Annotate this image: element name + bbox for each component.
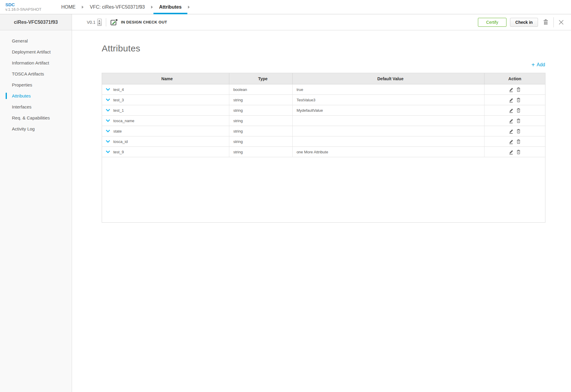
- attribute-name: test_3: [113, 98, 124, 102]
- attribute-type: string: [229, 136, 293, 147]
- attribute-type: string: [229, 95, 293, 105]
- table-row: test_4 boolean true: [102, 84, 545, 95]
- pencil-icon[interactable]: [509, 118, 514, 123]
- attribute-default-value: [293, 126, 484, 136]
- chevron-down-icon[interactable]: [106, 119, 110, 122]
- attribute-name: test_4: [113, 87, 124, 92]
- attribute-name: tosca_id: [113, 139, 128, 144]
- trash-icon: [543, 19, 549, 26]
- column-header-type: Type: [229, 73, 293, 84]
- breadcrumb: HOME VFC: ciRes-VFC50371f93 Attributes: [56, 0, 190, 14]
- attribute-type: string: [229, 126, 293, 136]
- trash-icon[interactable]: [516, 149, 521, 155]
- attribute-type: string: [229, 105, 293, 115]
- sidebar-item-general[interactable]: General: [0, 35, 72, 46]
- table-empty-area: [102, 157, 545, 222]
- trash-icon[interactable]: [516, 97, 521, 103]
- sidebar-item-information-artifact[interactable]: Information Artifact: [0, 57, 72, 68]
- table-row: state string: [102, 126, 545, 136]
- attribute-type: boolean: [229, 84, 293, 95]
- chevron-down-icon[interactable]: [106, 109, 110, 112]
- left-sidebar: ciRes-VFC50371f93 General Deployment Art…: [0, 14, 72, 392]
- attribute-default-value: TestValue3: [293, 95, 484, 105]
- breadcrumb-vfc[interactable]: VFC: ciRes-VFC50371f93: [84, 0, 150, 14]
- pencil-icon[interactable]: [509, 87, 514, 92]
- chevron-down-icon[interactable]: [106, 88, 110, 91]
- app-version-text: v.1.16.0-SNAPSHOT: [5, 7, 56, 12]
- version-selector[interactable]: [97, 19, 102, 26]
- pencil-icon[interactable]: [509, 139, 514, 144]
- sidebar-menu: General Deployment Artifact Information …: [0, 30, 72, 134]
- close-icon: [559, 20, 564, 25]
- table-row: test_1 string MydefaultValue: [102, 105, 545, 116]
- page-title: Attributes: [102, 43, 140, 53]
- resource-name-header: ciRes-VFC50371f93: [0, 14, 72, 30]
- breadcrumb-attributes[interactable]: Attributes: [153, 0, 187, 14]
- breadcrumb-home[interactable]: HOME: [56, 0, 81, 14]
- attribute-name: test_1: [113, 108, 124, 113]
- lifecycle-status-text: IN DESIGN CHECK OUT: [121, 20, 167, 24]
- sidebar-item-properties[interactable]: Properties: [0, 79, 72, 90]
- app-logo-text: SDC: [5, 2, 56, 7]
- trash-icon[interactable]: [516, 87, 521, 92]
- chevron-down-icon[interactable]: [106, 130, 110, 133]
- divider: [553, 17, 554, 27]
- plus-icon: +: [531, 62, 535, 68]
- attribute-type: string: [229, 147, 293, 157]
- attribute-name: tosca_name: [113, 119, 134, 123]
- add-label: Add: [537, 62, 545, 67]
- table-header-row: Name Type Default Value Action: [102, 73, 545, 84]
- delete-resource-button[interactable]: [543, 19, 549, 26]
- asset-toolbar: V0.1 IN DESIGN CHECK OUT Certify Check i…: [72, 14, 571, 30]
- attributes-table: Name Type Default Value Action test_4 bo…: [102, 73, 545, 223]
- main-content: Attributes + Add Name Type Default Value…: [72, 30, 571, 392]
- toolbar-actions: Certify Check in: [478, 17, 564, 27]
- attribute-default-value: one More Attribute: [293, 147, 484, 157]
- attribute-type: string: [229, 116, 293, 126]
- table-row: test_3 string TestValue3: [102, 95, 545, 105]
- sidebar-item-interfaces[interactable]: Interfaces: [0, 101, 72, 112]
- top-nav-bar: SDC v.1.16.0-SNAPSHOT HOME VFC: ciRes-VF…: [0, 0, 571, 14]
- app-logo: SDC v.1.16.0-SNAPSHOT: [0, 0, 56, 14]
- sidebar-item-tosca-artifacts[interactable]: TOSCA Artifacts: [0, 68, 72, 79]
- checkout-pencil-icon: [110, 19, 118, 26]
- certify-button[interactable]: Certify: [478, 18, 506, 27]
- sidebar-item-deployment-artifact[interactable]: Deployment Artifact: [0, 46, 72, 57]
- chevron-down-icon[interactable]: [106, 150, 110, 153]
- table-row: tosca_name string: [102, 116, 545, 126]
- attribute-default-value: [293, 116, 484, 126]
- spinner-down-icon: [98, 23, 100, 24]
- spinner-up-icon: [98, 20, 100, 21]
- trash-icon[interactable]: [516, 118, 521, 123]
- arrow-right-icon: [151, 6, 153, 9]
- sidebar-item-activity-log[interactable]: Activity Log: [0, 123, 72, 134]
- chevron-down-icon[interactable]: [106, 140, 110, 143]
- trash-icon[interactable]: [516, 139, 521, 144]
- attribute-name: test_9: [113, 150, 124, 154]
- pencil-icon[interactable]: [509, 108, 514, 113]
- column-header-action: Action: [484, 73, 545, 84]
- add-attribute-button[interactable]: + Add: [531, 62, 545, 68]
- arrow-right-icon: [82, 6, 84, 9]
- attribute-default-value: true: [293, 84, 484, 95]
- pencil-icon[interactable]: [509, 97, 514, 103]
- sidebar-item-req-capabilities[interactable]: Req. & Capabilities: [0, 112, 72, 123]
- column-header-default-value: Default Value: [293, 73, 484, 84]
- trash-icon[interactable]: [516, 129, 521, 134]
- divider: [106, 18, 106, 26]
- table-row: test_9 string one More Attribute: [102, 147, 545, 157]
- trash-icon[interactable]: [516, 108, 521, 113]
- table-row: tosca_id string: [102, 136, 545, 147]
- version-label: V0.1: [87, 20, 95, 25]
- sdc-app-window: SDC v.1.16.0-SNAPSHOT HOME VFC: ciRes-VF…: [0, 0, 571, 392]
- check-in-button[interactable]: Check in: [510, 18, 538, 27]
- column-header-name: Name: [102, 73, 229, 84]
- pencil-icon[interactable]: [509, 129, 514, 134]
- attribute-default-value: [293, 136, 484, 147]
- close-button[interactable]: [559, 20, 564, 25]
- attribute-default-value: MydefaultValue: [293, 105, 484, 115]
- chevron-down-icon[interactable]: [106, 98, 110, 101]
- sidebar-item-attributes[interactable]: Attributes: [0, 90, 72, 101]
- pencil-icon[interactable]: [509, 149, 514, 155]
- attribute-name: state: [113, 129, 122, 133]
